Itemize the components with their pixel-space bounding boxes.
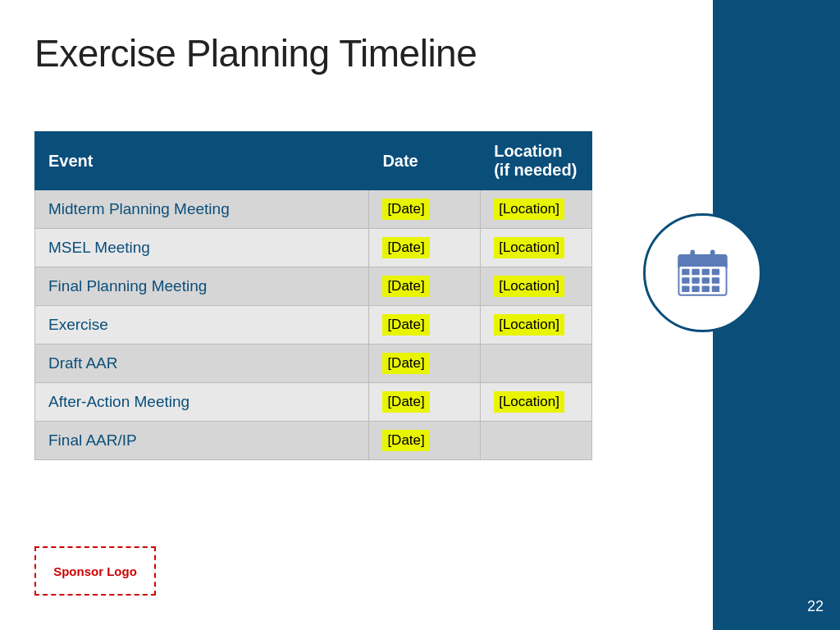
- cell-date: [Date]: [369, 383, 481, 422]
- svg-rect-10: [702, 277, 710, 284]
- cell-date: [Date]: [369, 422, 481, 460]
- table-row: MSEL Meeting[Date][Location]: [35, 229, 592, 267]
- cell-location: [481, 422, 592, 460]
- table-row: Final AAR/IP[Date]: [35, 422, 592, 460]
- cell-event: Exercise: [35, 306, 369, 345]
- table-row: Midterm Planning Meeting[Date][Location]: [35, 190, 592, 229]
- table-header-row: Event Date Location(if needed): [35, 132, 592, 190]
- cell-location: [Location]: [481, 190, 592, 229]
- slide-title: Exercise Planning Timeline: [34, 31, 477, 75]
- slide: 22: [0, 0, 840, 630]
- cell-location: [Location]: [481, 383, 592, 422]
- table-row: After-Action Meeting[Date][Location]: [35, 383, 592, 422]
- cell-date: [Date]: [369, 306, 481, 345]
- cell-event: Draft AAR: [35, 345, 369, 383]
- table-row: Exercise[Date][Location]: [35, 306, 592, 345]
- table-container: Event Date Location(if needed) Midterm P…: [34, 131, 592, 460]
- cell-date: [Date]: [369, 267, 481, 306]
- table-row: Final Planning Meeting[Date][Location]: [35, 267, 592, 306]
- svg-rect-11: [712, 277, 719, 284]
- calendar-icon-container: [643, 213, 762, 332]
- svg-rect-9: [692, 277, 699, 284]
- cell-event: After-Action Meeting: [35, 383, 369, 422]
- table-row: Draft AAR[Date]: [35, 345, 592, 383]
- cell-event: Final AAR/IP: [35, 422, 369, 460]
- planning-table: Event Date Location(if needed) Midterm P…: [34, 131, 592, 460]
- cell-event: MSEL Meeting: [35, 229, 369, 267]
- svg-rect-15: [712, 285, 719, 292]
- svg-rect-6: [702, 269, 710, 276]
- cell-date: [Date]: [369, 190, 481, 229]
- cell-location: [Location]: [481, 267, 592, 306]
- header-location: Location(if needed): [481, 132, 592, 190]
- page-number: 22: [807, 598, 824, 615]
- header-date: Date: [369, 132, 481, 190]
- sponsor-logo-label: Sponsor Logo: [53, 564, 137, 578]
- svg-rect-16: [691, 249, 696, 258]
- svg-rect-17: [710, 249, 715, 258]
- table-body: Midterm Planning Meeting[Date][Location]…: [35, 190, 592, 460]
- cell-date: [Date]: [369, 345, 481, 383]
- cell-location: [Location]: [481, 229, 592, 267]
- svg-rect-5: [692, 269, 699, 276]
- cell-location: [Location]: [481, 306, 592, 345]
- svg-rect-4: [682, 269, 689, 276]
- svg-rect-13: [692, 285, 699, 292]
- cell-location: [481, 345, 592, 383]
- svg-rect-14: [702, 285, 710, 292]
- calendar-icon: [672, 242, 733, 304]
- svg-rect-7: [712, 269, 719, 276]
- cell-date: [Date]: [369, 229, 481, 267]
- cell-event: Midterm Planning Meeting: [35, 190, 369, 229]
- svg-rect-12: [682, 285, 689, 292]
- svg-rect-8: [682, 277, 689, 284]
- header-event: Event: [35, 132, 369, 190]
- cell-event: Final Planning Meeting: [35, 267, 369, 306]
- sponsor-logo-placeholder: Sponsor Logo: [34, 546, 156, 596]
